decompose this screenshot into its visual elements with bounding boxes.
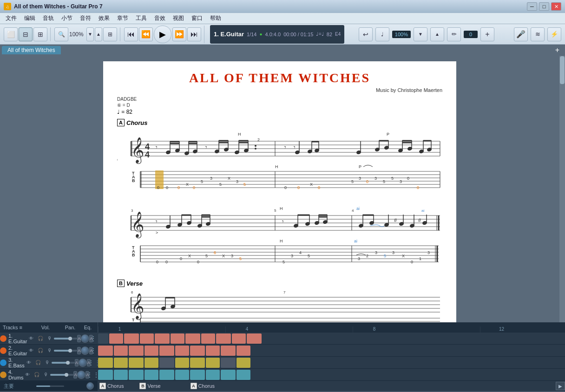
minimize-button[interactable]: ─	[527, 2, 537, 11]
timeline-block-2-i[interactable]	[221, 346, 236, 356]
play-button[interactable]: ▶	[154, 26, 171, 43]
zoom-down-btn[interactable]: ▼	[86, 27, 94, 41]
track-4-solo[interactable]: 🎧	[33, 371, 41, 379]
grid-btn[interactable]: ⊞	[103, 27, 117, 41]
pencil-btn[interactable]: ✏	[447, 27, 461, 41]
track-2-pan-knob[interactable]	[81, 346, 89, 355]
track-1-mute[interactable]: 👁	[27, 334, 35, 343]
timeline-block-2-a[interactable]	[98, 346, 113, 356]
menu-track[interactable]: 音轨	[39, 13, 58, 23]
track-3-solo[interactable]: 🎧	[34, 359, 42, 367]
maximize-button[interactable]: □	[539, 2, 549, 11]
menu-help[interactable]: 帮助	[206, 13, 225, 23]
view-page-btn[interactable]: ⬜	[4, 27, 18, 41]
menu-edit[interactable]: 编辑	[20, 13, 39, 23]
track-1-a-btn[interactable]: A	[77, 335, 81, 342]
end-btn[interactable]: ⏭	[187, 27, 201, 41]
plus-btn[interactable]: +	[480, 27, 494, 41]
menu-measure[interactable]: 小节	[58, 13, 76, 23]
timeline-block-2-d[interactable]	[145, 346, 158, 356]
track-1-pan-knob[interactable]	[81, 334, 89, 343]
track-2-mute[interactable]: 👁	[27, 346, 35, 355]
timeline-block-2-h[interactable]	[206, 346, 220, 356]
timeline-block-3-dark2[interactable]	[221, 358, 236, 368]
track-1-vol-slider[interactable]	[54, 338, 77, 340]
scroll-bar[interactable]	[559, 56, 565, 322]
timeline-block-4-f[interactable]	[175, 370, 189, 380]
track-4-pan-knob[interactable]	[77, 371, 85, 379]
timeline-block-2-e[interactable]	[159, 346, 174, 356]
timeline-block-4-d[interactable]	[145, 370, 158, 380]
timeline-block-3-h[interactable]	[237, 358, 250, 368]
track-2-vol-slider[interactable]	[54, 350, 77, 352]
timeline-block-3-g[interactable]	[206, 358, 220, 368]
menu-note[interactable]: 音符	[76, 13, 95, 23]
track-3-vol-slider[interactable]	[52, 362, 75, 364]
timeline-block-2-b[interactable]	[114, 346, 128, 356]
timeline-block-4-b[interactable]	[114, 370, 128, 380]
timeline-block-4-i[interactable]	[221, 370, 236, 380]
timeline-block-4-c[interactable]	[129, 370, 144, 380]
timeline-block-1-e[interactable]	[171, 333, 184, 344]
menu-file[interactable]: 文件	[2, 13, 20, 23]
track-3-record[interactable]: 🎙	[43, 359, 52, 367]
track-3-mute[interactable]: 👁	[25, 359, 33, 367]
menu-view[interactable]: 视图	[169, 13, 188, 23]
timeline-block-3-dark[interactable]	[159, 358, 174, 368]
timeline-block-1-c[interactable]	[140, 333, 154, 344]
timeline-block-2-g[interactable]	[190, 346, 205, 356]
timeline-block-1-current[interactable]	[98, 333, 108, 344]
tempo-up-btn[interactable]: ▲	[430, 27, 444, 41]
tempo-down-btn[interactable]: ▼	[414, 27, 427, 41]
scroll-thumb[interactable]	[560, 56, 565, 84]
timeline-block-4-g[interactable]	[190, 370, 205, 380]
timeline-block-1-b[interactable]	[124, 333, 139, 344]
timeline-block-3-a[interactable]	[98, 358, 113, 368]
tracks-menu-icon[interactable]: ≡	[20, 325, 22, 330]
timeline-block-1-f[interactable]	[185, 333, 200, 344]
timeline-block-3-b[interactable]	[114, 358, 128, 368]
score-scroll-area[interactable]: ALL OF THEM WITCHES Music by Christophe …	[0, 56, 559, 322]
timeline-block-1-j[interactable]	[247, 333, 262, 344]
track-3-a-btn[interactable]: A	[75, 359, 79, 366]
track-4-record[interactable]: 🎙	[42, 371, 50, 379]
next-btn[interactable]: ⏩	[172, 27, 186, 41]
timeline-block-2-c[interactable]	[129, 346, 144, 356]
track-1-solo[interactable]: 🎧	[36, 334, 45, 343]
main-vol-slider[interactable]	[36, 385, 64, 387]
undo-btn[interactable]: ↩	[359, 27, 373, 41]
note-duration-btn[interactable]: ♩	[375, 27, 389, 41]
track-3-pan-knob[interactable]	[79, 359, 87, 367]
timeline-block-1-d[interactable]	[155, 333, 170, 344]
add-tab-button[interactable]: +	[552, 46, 563, 54]
view-continuous-btn[interactable]: ⊟	[19, 27, 33, 41]
track-2-record[interactable]: 🎙	[46, 346, 54, 355]
track-4-mute[interactable]: 👁	[23, 371, 32, 379]
menu-sound[interactable]: 音效	[151, 13, 169, 23]
timeline-block-3-d[interactable]	[145, 358, 158, 368]
close-button[interactable]: ✕	[551, 2, 561, 11]
menu-section[interactable]: 章节	[113, 13, 132, 23]
track-4-a-btn[interactable]: A	[73, 371, 77, 379]
mic-icon[interactable]: 🎤	[514, 27, 528, 41]
plug-btn[interactable]: ⚡	[547, 27, 561, 41]
timeline-next-btn[interactable]: ▶	[556, 382, 565, 390]
prev-btn[interactable]: ⏪	[139, 27, 153, 41]
timeline-block-4-h[interactable]	[206, 370, 220, 380]
timeline-block-2-j[interactable]	[237, 346, 250, 356]
window-controls[interactable]: ─ □ ✕	[527, 2, 561, 11]
menu-window[interactable]: 窗口	[188, 13, 206, 23]
timeline-block-3-c[interactable]	[129, 358, 144, 368]
timeline-block-1-h[interactable]	[216, 333, 231, 344]
view-multitrack-btn[interactable]: ⊞	[33, 27, 47, 41]
track-1-record[interactable]: 🎙	[46, 334, 54, 343]
track-2-a-btn[interactable]: A	[77, 347, 81, 354]
timeline-block-3-f[interactable]	[190, 358, 205, 368]
track-4-vol-slider[interactable]	[50, 374, 73, 376]
timeline-block-1-g[interactable]	[201, 333, 215, 344]
timeline-block-4-a[interactable]	[98, 370, 113, 380]
score-tab[interactable]: All of them Witches	[2, 46, 61, 54]
timeline-block-1-i[interactable]	[232, 333, 246, 344]
main-pan-knob[interactable]	[86, 382, 94, 390]
timeline-block-3-e[interactable]	[175, 358, 189, 368]
